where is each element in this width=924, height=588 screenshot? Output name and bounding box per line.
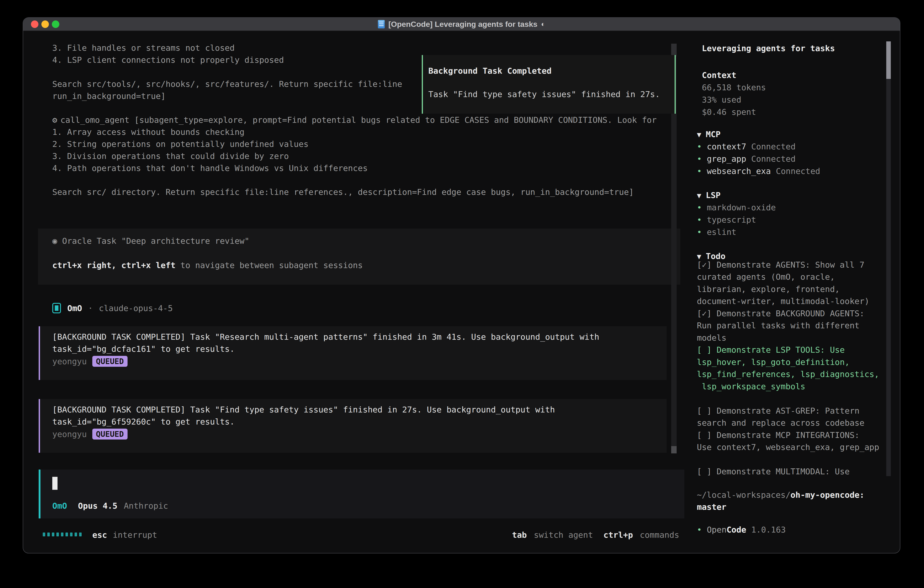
lsp-section-header[interactable]: ▼LSP — [697, 189, 721, 202]
gear-icon: ⚙ — [52, 115, 57, 125]
version-line: •OpenCode1.0.163 — [697, 524, 786, 536]
lsp-item-name: eslint — [707, 227, 736, 237]
todo-line: [ ] Demonstrate MCP INTEGRATIONS: — [697, 429, 860, 441]
sidebar-scrollbar[interactable] — [886, 41, 891, 476]
window-title: [OpenCode] Leveraging agents for tasks — [388, 20, 538, 29]
agent-name: OmO — [67, 304, 82, 313]
document-icon — [378, 20, 385, 28]
lsp-item: •eslint — [697, 226, 736, 238]
message-meta: yeongyu QUEUED — [52, 428, 127, 441]
todo-line: models — [697, 332, 726, 344]
hint-keys: ctrl+x right, ctrl+x left — [52, 261, 175, 270]
message-meta: yeongyu QUEUED — [52, 355, 127, 368]
workspace-branch: master — [697, 501, 726, 513]
workspace-repo: oh-my-opencode: — [790, 490, 865, 500]
todo-line-active: [ ] Demonstrate LSP TOOLS: Use — [697, 344, 845, 356]
message-line: [BACKGROUND TASK COMPLETED] Task "Find t… — [52, 404, 555, 416]
terminal-line: 1. Array access without bounds checking — [52, 126, 244, 138]
context-header: Context — [702, 69, 736, 81]
todo-line-active: lsp_workspace_symbols — [697, 380, 805, 393]
mcp-item-name: context7 — [707, 142, 746, 151]
workspace-path: ~/local-workspaces/oh-my-opencode: — [697, 489, 865, 501]
main-scrollbar-thumb[interactable] — [671, 446, 676, 453]
todo-line: [✓] Demonstrate BACKGROUND AGENTS: — [697, 307, 865, 319]
terminal-line: Search src/ directory. Return specific f… — [52, 186, 634, 198]
todo-line: search and replace across codebase — [697, 417, 865, 429]
model-status-row: OmO Opus 4.5 Anthropic — [52, 500, 168, 512]
mcp-item-status: Connected — [776, 167, 820, 176]
terminal-line: 2. String operations on potentially unde… — [52, 138, 309, 150]
todo-line: curated agents (OmO, oracle, — [697, 271, 835, 283]
message-author: yeongyu — [52, 357, 87, 366]
bullet-icon: • — [697, 142, 702, 151]
tool-call-header: call_omo_agent [subagent_type=explore, p… — [61, 115, 657, 125]
terminal-line: run_in_background=true] — [52, 90, 166, 102]
message-line: [BACKGROUND TASK COMPLETED] Task "Resear… — [52, 331, 599, 343]
context-used: 33% used — [702, 94, 741, 106]
hint-text: to navigate between subagent sessions — [175, 261, 363, 270]
mcp-item-name: grep_app — [707, 154, 746, 164]
traffic-lights — [31, 18, 59, 30]
terminal-line: Search src/tools/, src/hooks/, src/featu… — [52, 78, 402, 90]
opencode-terminal-window: [OpenCode] Leveraging agents for tasks ◐… — [23, 17, 900, 553]
interrupt-label: interrupt — [113, 529, 157, 541]
commands-hint-label: commands — [640, 529, 679, 541]
todo-line: [✓] Demonstrate AGENTS: Show all 7 — [697, 259, 865, 271]
active-model: Opus 4.5 — [78, 500, 117, 512]
window-title-group: [OpenCode] Leveraging agents for tasks ◐ — [378, 20, 545, 29]
mcp-item-status: Connected — [751, 154, 795, 164]
toast-body: Task "Find type safety issues" finished … — [428, 89, 660, 99]
terminal-line: 3. File handles or streams not closed — [52, 42, 234, 54]
zoom-button[interactable] — [52, 20, 59, 28]
app-name-bold: Code — [726, 525, 746, 534]
terminal-line: 4. Path operations that don't handle Win… — [52, 162, 368, 174]
context-tokens: 66,518 tokens — [702, 81, 766, 93]
model-provider: Anthropic — [124, 500, 168, 512]
mcp-section-header[interactable]: ▼MCP — [697, 128, 721, 141]
workspace-path-prefix: ~/local-workspaces/ — [697, 490, 790, 500]
lsp-item: •markdown-oxide — [697, 202, 776, 213]
record-icon: ◉ — [52, 236, 62, 246]
bullet-icon: • — [697, 227, 702, 237]
mcp-item-status: Connected — [751, 142, 795, 151]
terminal-line: 4. LSP client connections not properly d… — [52, 54, 284, 66]
todo-line-active: lsp_find_references, lsp_diagnostics, — [697, 368, 879, 380]
mcp-item: •context7Connected — [697, 140, 795, 153]
lsp-item-name: markdown-oxide — [707, 203, 776, 212]
lsp-section-label: LSP — [706, 190, 721, 200]
todo-line: Use context7, websearch_exa, grep_app — [697, 441, 879, 453]
close-button[interactable] — [31, 20, 38, 28]
oracle-task-title-line: ◉ Oracle Task "Deep architecture review" — [52, 235, 249, 247]
todo-line-active: lsp_hover, lsp_goto_definition, — [697, 356, 850, 368]
minimize-button[interactable] — [41, 20, 49, 28]
chevron-down-icon: ▼ — [697, 130, 701, 139]
mcp-item-name: websearch_exa — [707, 167, 771, 176]
todo-line: librarian, explore, frontend, — [697, 283, 840, 295]
app-name-dim: Open — [707, 525, 727, 534]
background-task-message: [BACKGROUND TASK COMPLETED] Task "Resear… — [39, 326, 667, 380]
toast-title: Background Task Completed — [428, 66, 551, 76]
sidebar-scrollbar-thumb[interactable] — [886, 41, 891, 79]
interrupt-key: esc — [92, 529, 107, 541]
tab-key-hint: tab — [512, 529, 527, 541]
bullet-icon: • — [697, 215, 702, 225]
background-task-toast[interactable]: Background Task Completed Task "Find typ… — [422, 55, 676, 114]
message-line: task_id="bg_dcfac161" to get results. — [52, 343, 234, 355]
agent-model: claude-opus-4-5 — [99, 304, 173, 313]
oracle-task-box: ◉ Oracle Task "Deep architecture review"… — [38, 228, 680, 285]
main-scrollbar-top-cap[interactable] — [671, 44, 676, 56]
oracle-task-title: Oracle Task "Deep architecture review" — [62, 236, 249, 246]
message-line: task_id="bg_6f59260c" to get results. — [52, 416, 234, 428]
prompt-input[interactable]: OmO Opus 4.5 Anthropic — [39, 469, 684, 519]
text-cursor — [52, 477, 58, 490]
tab-hint-label: switch agent — [534, 529, 593, 541]
titlebar: [OpenCode] Leveraging agents for tasks ◐ — [23, 18, 900, 31]
active-agent: OmO — [52, 500, 67, 512]
app-version: 1.0.163 — [751, 525, 786, 534]
lsp-item-name: typescript — [707, 215, 756, 225]
commands-key-hint: ctrl+p — [604, 529, 633, 541]
queued-badge: QUEUED — [92, 429, 127, 439]
background-task-message: [BACKGROUND TASK COMPLETED] Task "Find t… — [39, 399, 667, 453]
context-spent: $0.46 spent — [702, 106, 756, 118]
message-author: yeongyu — [52, 429, 87, 439]
